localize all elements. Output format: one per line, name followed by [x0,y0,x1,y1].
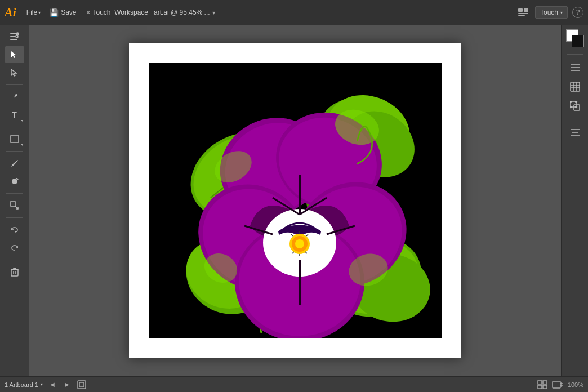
workspace-label: Touch [540,8,558,16]
svg-point-69 [570,106,572,108]
svg-point-9 [15,94,17,96]
artboard-paper [129,43,461,358]
save-icon: 💾 [50,8,59,17]
help-button[interactable]: ? [572,7,583,18]
artboard-label: 1 Artboard 1 [5,381,38,388]
svg-point-70 [575,106,577,108]
nav-next-btn[interactable]: ▶ [62,380,72,390]
workspace-arrow: ▾ [560,10,563,15]
rectangle-tool[interactable] [5,131,24,148]
svg-rect-10 [11,136,19,142]
artboard-dropdown-arrow: ▾ [41,382,43,387]
svg-rect-79 [543,385,547,389]
status-bar-right: 100% [537,380,583,389]
ai-logo: Ai [5,5,16,20]
svg-point-68 [575,101,577,103]
file-tab: ✕ Touch_Workspace_ art.ai @ 95.45% ... ▾ [82,6,219,19]
zoom-label: 100% [568,381,583,388]
blob-brush-tool[interactable] [5,173,24,190]
svg-rect-6 [10,39,17,40]
svg-rect-75 [79,382,84,387]
canvas-area[interactable] [29,25,561,376]
properties-tool[interactable] [5,28,24,45]
properties-panel-btn[interactable] [565,59,585,76]
nav-next-icon: ▶ [65,381,69,387]
svg-rect-77 [543,381,547,384]
fit-artboard-btn[interactable] [77,380,87,390]
flower-artwork [149,63,442,338]
svg-point-8 [16,35,18,38]
menu-bar: Ai File ▾ 💾 Save ✕ Touch_Workspace_ art.… [0,0,588,25]
svg-rect-5 [10,36,16,37]
transform-panel-btn[interactable] [565,97,585,114]
zoom-level-btn[interactable]: 100% [568,381,583,388]
direct-select-tool[interactable] [5,64,24,81]
tool-separator-4 [6,193,23,194]
pen-tool[interactable] [5,88,24,105]
svg-rect-18 [13,268,16,269]
grid-panel-btn[interactable] [565,78,585,95]
right-separator-2 [567,119,583,119]
nav-prev-icon: ◀ [50,381,55,387]
undo-button[interactable] [5,221,24,238]
redo-button[interactable] [5,239,24,256]
svg-point-46 [295,239,304,248]
close-tab-icon[interactable]: ✕ [86,9,91,16]
menu-bar-right: Touch ▾ ? [517,6,583,19]
svg-rect-0 [518,8,523,12]
selection-tool[interactable] [5,46,24,63]
workspace-icon-btn[interactable] [517,7,531,18]
svg-point-67 [570,101,572,103]
type-icon: T [12,110,17,119]
workspace-dropdown[interactable]: Touch ▾ [535,6,568,19]
svg-rect-4 [10,33,19,34]
tools-panel: T [0,25,29,376]
tool-separator-3 [6,151,23,152]
save-label: Save [61,8,76,16]
main-layout: T [0,25,588,376]
background-color[interactable] [572,35,584,47]
file-menu[interactable]: File ▾ [23,6,44,19]
svg-rect-60 [571,82,580,91]
file-menu-arrow: ▾ [38,10,41,15]
svg-rect-80 [553,381,560,388]
artboard-dropdown[interactable]: 1 Artboard 1 ▾ [5,381,43,388]
tool-separator-5 [6,217,23,218]
help-icon: ? [576,8,580,16]
gpu-preview-btn[interactable] [552,380,563,389]
tool-separator-2 [6,127,23,127]
status-bar: 1 Artboard 1 ▾ ◀ ▶ [0,376,588,392]
tab-dropdown-icon[interactable]: ▾ [212,10,215,16]
file-name: Touch_Workspace_ art.ai @ 95.45% ... [93,8,210,16]
svg-rect-3 [518,15,525,16]
color-swatches[interactable] [566,29,584,47]
svg-rect-14 [11,270,18,276]
svg-rect-17 [11,269,19,270]
artboard-canvas[interactable] [149,63,442,338]
align-panel-btn[interactable] [565,124,585,141]
nav-prev-btn[interactable]: ◀ [47,380,57,390]
transform-tool[interactable] [5,197,24,214]
svg-rect-74 [78,381,86,389]
svg-rect-78 [538,385,542,389]
file-menu-label: File [26,8,37,16]
delete-button[interactable] [5,264,24,280]
type-tool[interactable]: T [5,106,24,123]
svg-point-11 [12,179,17,184]
svg-rect-1 [524,8,528,12]
pencil-tool[interactable] [5,155,24,172]
svg-rect-2 [518,13,528,14]
tool-separator-1 [6,84,23,85]
right-separator-1 [567,54,583,55]
view-grid-btn[interactable] [537,380,547,389]
svg-rect-12 [11,202,15,206]
save-button[interactable]: 💾 Save [46,6,79,19]
tool-separator-6 [6,260,23,260]
right-panel [561,25,588,376]
svg-rect-76 [538,381,542,384]
